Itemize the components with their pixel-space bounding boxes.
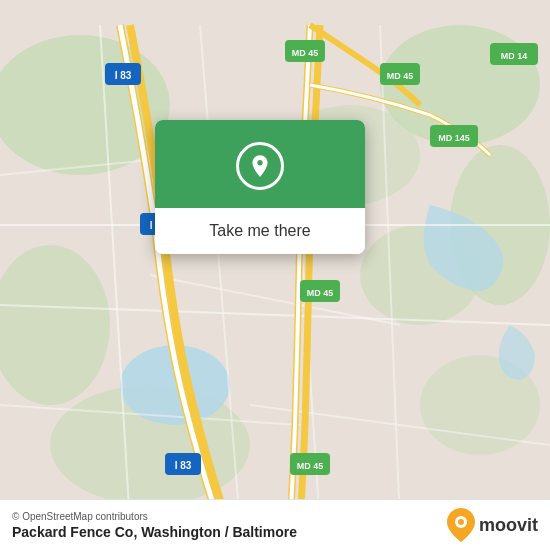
bottom-bar: © OpenStreetMap contributors Packard Fen… xyxy=(0,499,550,550)
map-container: I 83 I 83 I 83 MD 45 MD 45 MD 45 MD 145 … xyxy=(0,0,550,550)
osm-attribution: © OpenStreetMap contributors xyxy=(12,511,297,522)
take-me-there-button[interactable]: Take me there xyxy=(155,208,365,254)
svg-text:MD 45: MD 45 xyxy=(292,48,319,58)
svg-text:I 83: I 83 xyxy=(175,460,192,471)
popup-card: Take me there xyxy=(155,120,365,254)
location-name: Packard Fence Co, Washington / Baltimore xyxy=(12,524,297,540)
moovit-brand-text: moovit xyxy=(479,515,538,536)
moovit-pin-icon xyxy=(447,508,475,542)
popup-header xyxy=(155,120,365,208)
svg-text:MD 45: MD 45 xyxy=(307,288,334,298)
location-pin-icon xyxy=(236,142,284,190)
svg-text:MD 14: MD 14 xyxy=(501,51,528,61)
moovit-logo: moovit xyxy=(447,508,538,542)
svg-text:MD 45: MD 45 xyxy=(297,461,324,471)
svg-text:MD 45: MD 45 xyxy=(387,71,414,81)
svg-point-38 xyxy=(458,519,464,525)
bottom-left: © OpenStreetMap contributors Packard Fen… xyxy=(12,511,297,540)
svg-point-4 xyxy=(0,245,110,405)
map-svg: I 83 I 83 I 83 MD 45 MD 45 MD 45 MD 145 … xyxy=(0,0,550,550)
svg-text:I 83: I 83 xyxy=(115,70,132,81)
svg-text:MD 145: MD 145 xyxy=(438,133,470,143)
